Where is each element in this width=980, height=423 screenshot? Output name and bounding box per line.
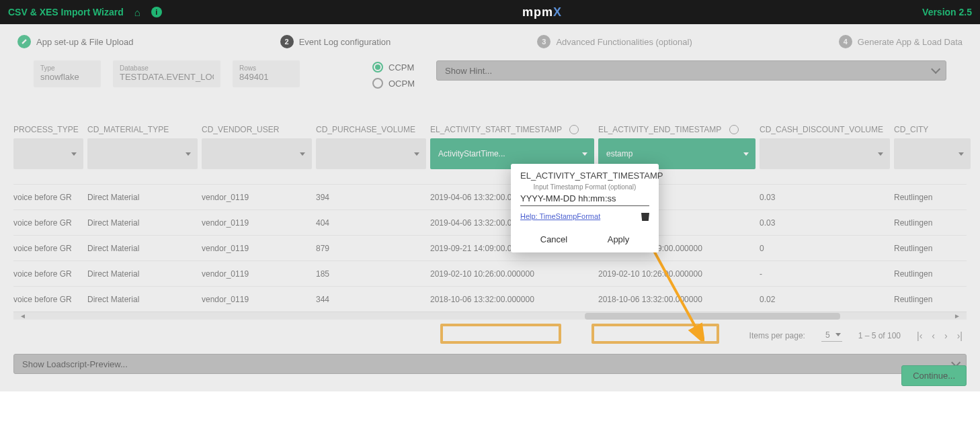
table-cell: vendor_0119 — [202, 295, 316, 304]
clock-icon — [729, 125, 739, 134]
info-type: Type snowflake — [34, 60, 101, 87]
col-header: CD_CASH_DISCOUNT_VOLUME — [760, 125, 894, 134]
popover-subtitle: Input Timestamp Format (optional) — [520, 183, 649, 191]
radio-unselected-icon — [372, 78, 383, 89]
table-cell: vendor_0119 — [202, 269, 316, 279]
mapping-dropdown[interactable] — [13, 138, 83, 169]
step-number: 4 — [839, 35, 852, 48]
radio-ccpm[interactable]: CCPM — [372, 62, 415, 73]
first-page-icon[interactable]: |‹ — [917, 330, 922, 341]
trash-icon[interactable] — [641, 211, 649, 221]
col-header: EL_ACTIVITY_START_TIMESTAMP — [430, 125, 598, 134]
table-cell: 0.03 — [760, 193, 894, 202]
version-label: Version 2.5 — [922, 7, 972, 17]
table-row: voice before GRDirect Materialvendor_011… — [13, 261, 967, 286]
show-loadscript-dropdown[interactable]: Show Loadscript-Preview... — [13, 354, 967, 374]
loadscript-label: Show Loadscript-Preview... — [22, 359, 128, 369]
step-number: 2 — [280, 35, 294, 48]
help-link[interactable]: Help: TimeStampFormat — [520, 212, 600, 220]
scroll-thumb[interactable] — [585, 313, 840, 320]
info-database: Database TESTDATA.EVENT_LOGS. — [113, 60, 220, 87]
popover-title: EL_ACTIVITY_START_TIMESTAMP — [520, 171, 649, 181]
brand-x: X — [553, 5, 562, 19]
table-cell: vendor_0119 — [202, 193, 316, 202]
mapping-dropdown[interactable] — [202, 138, 312, 169]
radio-ocpm[interactable]: OCPM — [372, 78, 415, 89]
chevron-down-icon — [186, 152, 191, 156]
chevron-down-icon — [931, 64, 940, 74]
table-cell: voice before GR — [13, 269, 87, 279]
home-icon[interactable]: ⌂ — [134, 7, 140, 18]
items-per-page-select[interactable]: 5 — [821, 329, 842, 342]
radio-selected-icon — [372, 62, 383, 73]
items-per-page-value: 5 — [825, 330, 830, 340]
mapping-dropdown[interactable] — [760, 138, 890, 169]
table-cell: 0.02 — [760, 295, 894, 304]
col-header: CD_VENDOR_USER — [202, 125, 316, 134]
items-per-page-label: Items per page: — [749, 331, 805, 340]
cancel-button[interactable]: Cancel — [540, 234, 567, 244]
step-number: 3 — [537, 35, 550, 48]
timestamp-format-input[interactable] — [520, 192, 649, 206]
step-label: Advanced Functionalities (optional) — [556, 37, 692, 47]
scroll-left-icon[interactable]: ◄ — [17, 312, 28, 320]
next-page-icon[interactable]: › — [944, 330, 948, 341]
info-rows: Rows 849401 — [233, 60, 300, 87]
table-cell: voice before GR — [13, 218, 87, 228]
radio-label: CCPM — [389, 62, 414, 73]
step-label: Event Log configuration — [299, 37, 391, 47]
table-cell: vendor_0119 — [202, 244, 316, 253]
table-cell: voice before GR — [13, 244, 87, 253]
table-cell: voice before GR — [13, 193, 87, 202]
step-1[interactable]: App set-up & File Upload — [17, 35, 134, 48]
table-cell: Reutlingen — [894, 244, 975, 253]
mapping-label: estamp — [606, 149, 632, 158]
info-label: Database — [120, 64, 214, 72]
table-cell: 394 — [316, 193, 430, 202]
col-header: PROCESS_TYPE — [13, 125, 87, 134]
step-2[interactable]: 2 Event Log configuration — [280, 35, 391, 48]
show-hint-dropdown[interactable]: Show Hint... — [436, 60, 946, 81]
horizontal-scrollbar[interactable]: ◄ ► — [13, 312, 967, 320]
chevron-down-icon — [414, 152, 419, 156]
table-cell: vendor_0119 — [202, 218, 316, 228]
table-cell: Reutlingen — [894, 193, 975, 202]
table-cell: 2018-10-06 13:32:00.000000 — [430, 295, 598, 304]
apply-button[interactable]: Apply — [608, 234, 630, 244]
table-cell: 344 — [316, 295, 430, 304]
scroll-right-icon[interactable]: ► — [952, 312, 963, 320]
radio-label: OCPM — [389, 79, 415, 89]
continue-button[interactable]: Continue... — [901, 365, 967, 386]
stepper: App set-up & File Upload 2 Event Log con… — [13, 28, 967, 60]
step-3[interactable]: 3 Advanced Functionalities (optional) — [537, 35, 692, 48]
mode-radio-group: CCPM OCPM — [372, 60, 415, 89]
last-page-icon[interactable]: ›| — [957, 330, 963, 341]
top-bar: CSV & XES Import Wizard ⌂ i mpmX Version… — [0, 0, 980, 24]
info-icon[interactable]: i — [151, 7, 162, 17]
table-cell: Reutlingen — [894, 295, 975, 304]
table-row: voice before GRDirect Materialvendor_011… — [13, 209, 967, 235]
chevron-down-icon — [582, 152, 587, 156]
mapping-dropdown[interactable] — [894, 138, 971, 169]
table-row: voice before GRDirect Materialvendor_011… — [13, 235, 967, 261]
clock-icon — [569, 125, 579, 134]
table-row: voice before GRDirect Materialvendor_011… — [13, 184, 967, 209]
info-label: Type — [40, 64, 94, 72]
preview-table: PROCESS_TYPE CD_MATERIAL_TYPE CD_VENDOR_… — [13, 125, 967, 354]
table-cell: Reutlingen — [894, 269, 975, 279]
prev-page-icon[interactable]: ‹ — [932, 330, 935, 341]
mapping-dropdown[interactable] — [87, 138, 198, 169]
mapping-row: ActivityStartTime... estamp — [13, 138, 967, 169]
data-rows-container: voice before GRDirect Materialvendor_011… — [13, 184, 967, 312]
table-cell: 185 — [316, 269, 430, 279]
brand-prefix: mpm — [522, 5, 553, 19]
table-row: voice before GRDirect Materialvendor_011… — [13, 286, 967, 312]
table-cell: Direct Material — [87, 193, 202, 202]
mapping-dropdown[interactable] — [316, 138, 426, 169]
col-header: EL_ACTIVITY_END_TIMESTAMP — [598, 125, 760, 134]
page-range: 1 – 5 of 100 — [858, 331, 901, 340]
timestamp-format-popover: EL_ACTIVITY_START_TIMESTAMP Input Timest… — [511, 164, 659, 252]
step-4[interactable]: 4 Generate App & Load Data — [839, 35, 963, 48]
table-cell: Direct Material — [87, 244, 202, 253]
chevron-down-icon — [300, 152, 305, 156]
